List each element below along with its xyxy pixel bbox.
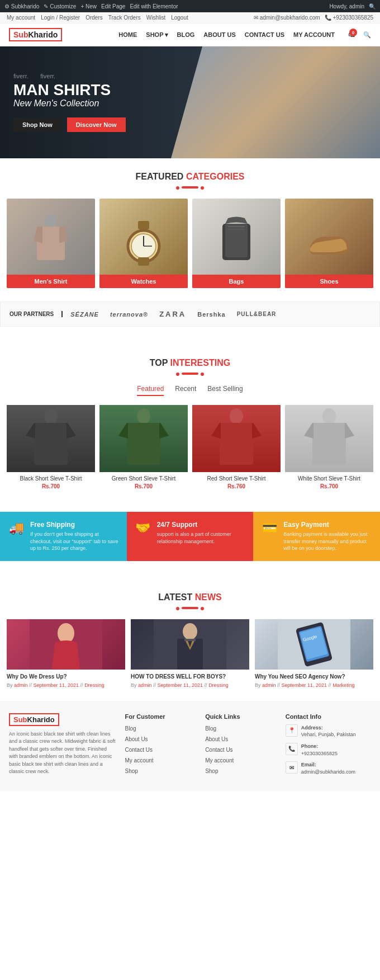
contact-phone: Phone:+923030365825 — [301, 743, 338, 757]
hero-title: MAN SHIRTS — [13, 82, 367, 99]
product-price-2: Rs.760 — [192, 483, 281, 489]
svg-rect-23 — [220, 423, 253, 465]
news-card-1[interactable]: HOW TO DRESS WELL FOR BOYS? By admin // … — [131, 619, 249, 688]
feature-payment-desc: Banking payment is available you just tr… — [283, 531, 372, 552]
nav-home[interactable]: HOME — [118, 31, 137, 38]
footer-desc: An iconic basic black tee shirt with cle… — [9, 731, 116, 776]
product-img-2 — [192, 405, 281, 472]
orders-link[interactable]: Orders — [86, 15, 103, 21]
nav-about[interactable]: ABOUT US — [203, 31, 235, 38]
admin-edit-page[interactable]: Edit Page — [101, 3, 125, 10]
footer-customer-about[interactable]: About Us — [125, 736, 148, 742]
search-icon[interactable]: 🔍 — [369, 3, 376, 10]
admin-new[interactable]: + New — [80, 3, 97, 10]
wishlist-link[interactable]: Wishlist — [146, 15, 165, 21]
product-tabs: Featured Recent Best Selling — [7, 385, 373, 396]
footer-for-customer: For Customer Blog About Us Contact Us My… — [125, 713, 196, 780]
nav-contact[interactable]: CONTACT US — [245, 31, 284, 38]
partners-logos: SÉZANE terranova® ZARA Bershka PULL&BEAR — [70, 310, 276, 318]
shipping-icon: 🚚 — [8, 521, 25, 535]
footer-quick-myaccount[interactable]: My account — [205, 757, 234, 764]
partner-pullbear: PULL&BEAR — [237, 311, 277, 317]
category-label-watches: Watches — [99, 275, 188, 288]
product-card-2[interactable]: Red Short Sleve T-Shirt Rs.760 — [192, 405, 281, 489]
contact-email: Email:admin@subkharido.com — [301, 761, 355, 775]
footer-contact: Contact Info 📍 Address:Vehari, Punjab, P… — [286, 713, 371, 780]
feature-free-shipping: 🚚 Free Shipping If you don't get free sh… — [0, 512, 127, 561]
email-icon: ✉ — [286, 761, 298, 774]
news-meta-2: By admin // September 11, 2021 // Market… — [255, 682, 373, 688]
svg-marker-25 — [252, 423, 262, 439]
feature-boxes: 🚚 Free Shipping If you don't get free sh… — [0, 512, 380, 561]
nav-shop[interactable]: SHOP▾ — [146, 31, 168, 39]
logout-link[interactable]: Logout — [171, 15, 188, 21]
category-card-watches[interactable]: Watches — [99, 199, 188, 288]
admin-customize[interactable]: ✎ Customize — [44, 3, 76, 10]
category-card-bags[interactable]: Bags — [192, 199, 281, 288]
product-img-1 — [99, 405, 188, 472]
contact-phone-item: 📞 Phone:+923030365825 — [286, 743, 371, 757]
category-card-shoes[interactable]: Shoes — [285, 199, 373, 288]
svg-rect-27 — [312, 423, 346, 465]
feature-shipping-content: Free Shipping If you don't get free ship… — [30, 521, 119, 552]
partner-sezane: SÉZANE — [70, 311, 99, 318]
svg-point-33 — [183, 623, 197, 640]
news-card-0[interactable]: Why Do We Dress Up? By admin // Septembe… — [7, 619, 125, 688]
footer-quick-blog[interactable]: Blog — [205, 725, 216, 732]
footer-quick-contact[interactable]: Contact Us — [205, 747, 232, 753]
my-account-link[interactable]: My account — [7, 15, 35, 21]
footer-quick-links: Quick Links Blog About Us Contact Us My … — [205, 713, 277, 780]
footer-contact-title: Contact Info — [286, 713, 371, 720]
product-name-0: Black Short Sleve T-Shirt — [7, 475, 95, 482]
partners-label: OUR PARTNERS — [10, 311, 63, 317]
news-card-2[interactable]: Google Why You Need SEO Agency Now? By a… — [255, 619, 373, 688]
main-nav: HOME SHOP▾ BLOG ABOUT US CONTACT US MY A… — [118, 31, 371, 39]
site-logo[interactable]: SubKharido — [9, 28, 62, 41]
nav-myaccount[interactable]: MY ACCOUNT — [293, 31, 335, 38]
news-img-2: Google — [255, 619, 373, 670]
product-price-0: Rs.700 — [7, 483, 95, 489]
footer-quick-about[interactable]: About Us — [205, 736, 228, 742]
feature-payment: 💳 Easy Payment Banking payment is availa… — [253, 512, 380, 561]
svg-rect-34 — [177, 639, 203, 670]
product-card-3[interactable]: White Short Sleve T-Shirt Rs.700 — [285, 405, 373, 489]
footer-customer-blog[interactable]: Blog — [125, 725, 136, 732]
admin-elementor[interactable]: Edit with Elementor — [130, 3, 178, 10]
shop-now-button[interactable]: Shop Now — [13, 117, 61, 132]
product-name-3: White Short Sleve T-Shirt — [285, 475, 373, 482]
track-orders-link[interactable]: Track Orders — [108, 15, 141, 21]
header-search-icon[interactable]: 🔍 — [363, 31, 371, 39]
admin-logo[interactable]: ⚙ Subkharido — [4, 3, 39, 10]
svg-marker-21 — [159, 423, 169, 439]
cart-icon[interactable]: 🛍 0 — [348, 31, 354, 38]
login-register-link[interactable]: Login / Register — [41, 15, 80, 21]
feature-support-content: 24/7 Support support is also a part of c… — [157, 521, 246, 545]
footer-customer-links: Blog About Us Contact Us My account Shop — [125, 724, 196, 775]
product-card-0[interactable]: Black Short Sleve T-Shirt Rs.700 — [7, 405, 95, 489]
discover-now-button[interactable]: Discover Now — [67, 117, 126, 132]
footer-quick-shop[interactable]: Shop — [205, 768, 218, 774]
feature-support-desc: support is also a part of customer relat… — [157, 531, 246, 545]
top-bar: My account Login / Register Orders Track… — [0, 12, 380, 23]
svg-point-18 — [137, 408, 150, 424]
phone-icon: 📞 — [286, 743, 298, 755]
category-card-shirts[interactable]: Men's Shirt — [7, 199, 95, 288]
svg-marker-29 — [345, 423, 354, 439]
footer-customer-shop[interactable]: Shop — [125, 768, 137, 774]
footer-logo[interactable]: SubKharido — [9, 713, 59, 726]
partners-section: OUR PARTNERS SÉZANE terranova® ZARA Bers… — [0, 301, 380, 327]
svg-point-31 — [58, 623, 74, 643]
feature-shipping-title: Free Shipping — [30, 521, 119, 529]
nav-blog[interactable]: BLOG — [177, 31, 195, 38]
top-interesting-section: TOP INTERESTING Featured Recent Best Sel… — [0, 336, 380, 503]
tab-recent[interactable]: Recent — [175, 385, 196, 396]
tab-best-selling[interactable]: Best Selling — [207, 385, 243, 396]
footer-customer-contact[interactable]: Contact Us — [125, 747, 152, 753]
tab-featured[interactable]: Featured — [137, 385, 164, 396]
news-img-0 — [7, 619, 125, 670]
footer-customer-title: For Customer — [125, 713, 196, 720]
footer-customer-myaccount[interactable]: My account — [125, 757, 153, 764]
product-card-1[interactable]: Green Short Sleve T-Shirt Rs.700 — [99, 405, 188, 489]
location-icon: 📍 — [286, 724, 298, 737]
cart-badge: 0 — [349, 29, 357, 36]
